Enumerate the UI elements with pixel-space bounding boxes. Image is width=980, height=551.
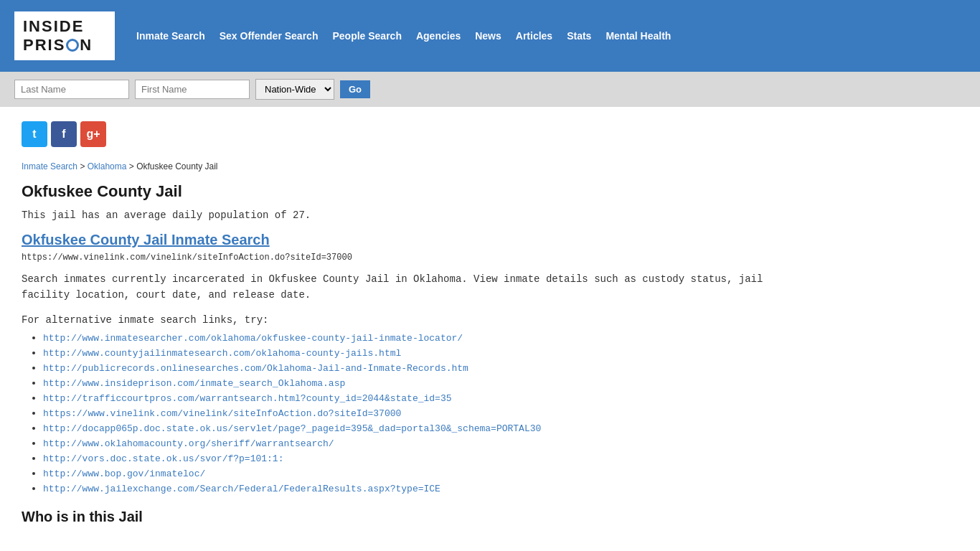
search-go-button[interactable]: Go [340, 80, 370, 98]
breadcrumb: Inmate Search > Oklahoma > Okfuskee Coun… [22, 161, 768, 171]
nav-inmate-search[interactable]: Inmate Search [136, 30, 205, 42]
search-description-text: Search inmates currently incarcerated in… [22, 271, 768, 303]
nav-stats[interactable]: Stats [567, 30, 591, 42]
breadcrumb-separator1: > [80, 161, 87, 171]
list-item: http://www.inmatesearcher.com/oklahoma/o… [43, 331, 768, 344]
list-item: http://vors.doc.state.ok.us/svor/f?p=101… [43, 452, 768, 464]
social-icons-bar: t f g+ [22, 121, 768, 147]
main-content: t f g+ Inmate Search > Oklahoma > Okfusk… [0, 107, 789, 540]
alt-link-9[interactable]: http://vors.doc.state.ok.us/svor/f?p=101… [43, 453, 283, 464]
first-name-input[interactable] [135, 80, 250, 99]
nav-mental-health[interactable]: Mental Health [606, 30, 671, 42]
alt-links-intro: For alternative inmate search links, try… [22, 314, 768, 326]
logo-o-icon [66, 39, 79, 52]
site-header: INSIDE PRISN Inmate Search Sex Offender … [0, 0, 980, 72]
list-item: http://docapp065p.doc.state.ok.us/servle… [43, 422, 768, 434]
list-item: http://www.insideprison.com/inmate_searc… [43, 377, 768, 389]
list-item: https://www.vinelink.com/vinelink/siteIn… [43, 407, 768, 419]
alt-link-2[interactable]: http://www.countyjailinmatesearch.com/ok… [43, 348, 401, 359]
who-in-jail-heading: Who is in this Jail [22, 509, 768, 525]
google-share-button[interactable]: g+ [80, 121, 106, 147]
page-title: Okfuskee County Jail [22, 182, 768, 201]
breadcrumb-oklahoma[interactable]: Oklahoma [88, 161, 127, 171]
alt-link-3[interactable]: http://publicrecords.onlinesearches.com/… [43, 363, 468, 374]
logo-inside-text: INSIDE [23, 17, 106, 36]
nav-agencies[interactable]: Agencies [416, 30, 461, 42]
alt-link-8[interactable]: http://www.oklahomacounty.org/sheriff/wa… [43, 438, 334, 449]
list-item: http://trafficcourtpros.com/warrantsearc… [43, 392, 768, 404]
last-name-input[interactable] [14, 80, 129, 99]
list-item: http://www.jailexchange.com/Search/Feder… [43, 482, 768, 494]
list-item: http://www.bop.gov/inmateloc/ [43, 467, 768, 479]
inmate-search-main-link[interactable]: Okfuskee County Jail Inmate Search [22, 232, 768, 248]
nav-news[interactable]: News [475, 30, 501, 42]
twitter-share-button[interactable]: t [22, 121, 47, 147]
alt-link-10[interactable]: http://www.bop.gov/inmateloc/ [43, 468, 205, 479]
main-nav: Inmate Search Sex Offender Search People… [136, 30, 671, 42]
nav-sex-offender-search[interactable]: Sex Offender Search [220, 30, 319, 42]
alt-link-5[interactable]: http://trafficcourtpros.com/warrantsearc… [43, 393, 452, 404]
alt-link-11[interactable]: http://www.jailexchange.com/Search/Feder… [43, 484, 440, 494]
facebook-share-button[interactable]: f [51, 121, 77, 147]
inmate-search-url-display: https://www.vinelink.com/vinelink/siteIn… [22, 253, 768, 263]
alt-link-6[interactable]: https://www.vinelink.com/vinelink/siteIn… [43, 408, 401, 419]
breadcrumb-current: Okfuskee County Jail [136, 161, 217, 171]
nav-people-search[interactable]: People Search [332, 30, 402, 42]
location-select[interactable]: Nation-Wide [255, 79, 334, 100]
list-item: http://publicrecords.onlinesearches.com/… [43, 362, 768, 374]
breadcrumb-inmate-search[interactable]: Inmate Search [22, 161, 77, 171]
alt-links-list: http://www.inmatesearcher.com/oklahoma/o… [22, 331, 768, 494]
logo-prison-text: PRISN [23, 36, 106, 55]
nav-articles[interactable]: Articles [516, 30, 552, 42]
alt-link-4[interactable]: http://www.insideprison.com/inmate_searc… [43, 378, 345, 389]
site-logo[interactable]: INSIDE PRISN [14, 11, 115, 60]
page-description: This jail has an average daily populatio… [22, 209, 768, 221]
list-item: http://www.countyjailinmatesearch.com/ok… [43, 347, 768, 359]
list-item: http://www.oklahomacounty.org/sheriff/wa… [43, 437, 768, 449]
alt-link-1[interactable]: http://www.inmatesearcher.com/oklahoma/o… [43, 333, 463, 344]
search-bar: Nation-Wide Go [0, 72, 980, 107]
alt-link-7[interactable]: http://docapp065p.doc.state.ok.us/servle… [43, 423, 541, 434]
breadcrumb-separator2: > [129, 161, 136, 171]
